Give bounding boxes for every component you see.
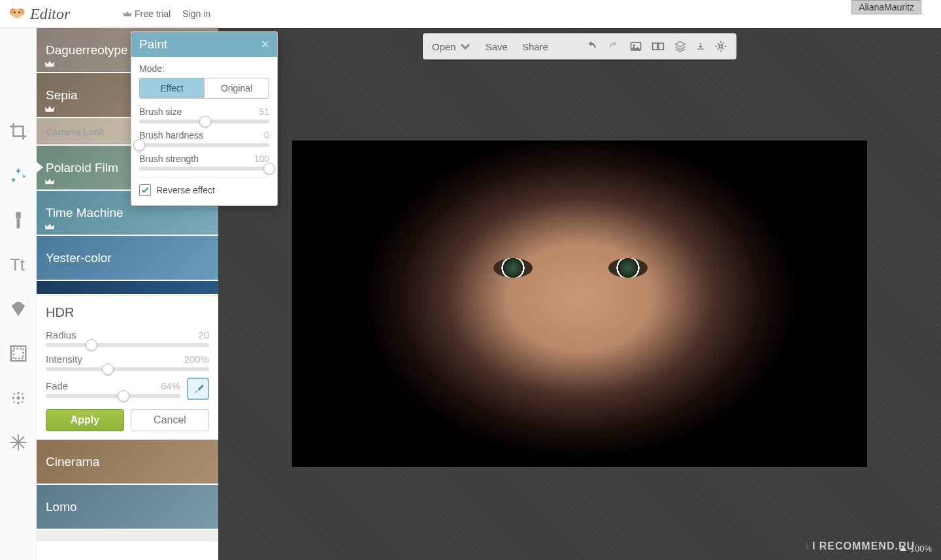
layers-icon[interactable] (674, 40, 687, 53)
brush-size-value: 51 (259, 107, 269, 117)
fade-slider[interactable] (46, 394, 180, 398)
free-trial-link[interactable]: Free trial (123, 8, 171, 19)
overlays-tool[interactable] (7, 297, 30, 321)
effect-label: Cinerama (46, 455, 99, 469)
image-icon[interactable] (629, 40, 642, 53)
svg-point-14 (17, 402, 20, 404)
reverse-checkbox[interactable] (139, 184, 151, 196)
svg-rect-5 (16, 212, 21, 219)
brush-size-slider[interactable] (139, 120, 269, 124)
free-trial-label: Free trial (135, 8, 171, 19)
mode-original[interactable]: Original (205, 78, 269, 98)
intensity-slider-row: Intensity200% (46, 354, 209, 371)
radius-slider-row: Radius20 (46, 329, 209, 347)
chevron-down-icon (459, 41, 471, 52)
close-icon[interactable]: × (261, 36, 269, 53)
paint-header[interactable]: Paint × (131, 32, 277, 57)
slider-thumb[interactable] (133, 139, 145, 151)
slider-thumb[interactable] (118, 390, 129, 402)
mode-toggle: Effect Original (139, 78, 269, 99)
canvas-image[interactable] (292, 140, 867, 467)
radius-label: Radius (46, 329, 76, 340)
textures-tool[interactable] (7, 386, 30, 410)
canvas-toolbar: Open Save Share (423, 33, 736, 59)
paint-brush-button[interactable] (187, 378, 209, 400)
svg-text:Tt: Tt (10, 255, 24, 274)
svg-rect-22 (659, 43, 664, 50)
svg-point-23 (719, 45, 723, 48)
monkey-icon (8, 5, 26, 22)
effect-yester-color[interactable]: Yester-color (37, 236, 218, 280)
svg-point-11 (12, 397, 14, 399)
effect-cinerama[interactable]: Cinerama (37, 440, 218, 484)
undo-icon[interactable] (585, 40, 598, 53)
effect-lomo[interactable]: Lomo (37, 485, 218, 529)
fade-label: Fade (46, 380, 68, 391)
mode-label: Mode: (139, 63, 269, 74)
effect-hdr-thumb[interactable] (37, 281, 218, 294)
brush-strength-slider[interactable] (139, 167, 269, 171)
intensity-value: 200% (184, 354, 209, 365)
canvas-area: Open Save Share 100% (218, 28, 941, 560)
effect-label: Sepia (46, 88, 78, 103)
touchup-tool[interactable] (7, 208, 30, 232)
effect-more[interactable] (37, 530, 218, 542)
open-label: Open (432, 41, 456, 52)
svg-rect-9 (13, 349, 23, 359)
settings-icon[interactable] (714, 40, 727, 53)
text-tool[interactable]: Tt (7, 253, 30, 276)
redo-icon[interactable] (607, 40, 620, 53)
mode-effect[interactable]: Effect (140, 78, 205, 98)
top-bar: Editor Free trial Sign in (0, 0, 218, 28)
slider-thumb[interactable] (86, 339, 97, 351)
share-button[interactable]: Share (522, 41, 548, 52)
themes-tool[interactable] (7, 431, 30, 454)
effects-tool[interactable] (7, 164, 30, 188)
crown-icon (123, 10, 132, 18)
reverse-label: Reverse effect (156, 185, 215, 195)
image-compare-icon[interactable] (652, 40, 665, 53)
app-logo[interactable]: Editor (8, 5, 70, 23)
effect-label: Lomo (46, 500, 77, 514)
svg-point-2 (12, 9, 22, 18)
crown-icon (44, 178, 55, 186)
brush-strength-row: Brush strength100 (139, 154, 269, 171)
radius-value: 20 (198, 329, 209, 340)
svg-point-15 (13, 393, 15, 395)
svg-point-12 (22, 397, 24, 399)
reverse-effect-row[interactable]: Reverse effect (139, 177, 269, 196)
apply-button[interactable]: Apply (46, 409, 124, 431)
frames-tool[interactable] (7, 342, 30, 365)
crop-tool[interactable] (7, 120, 30, 143)
radius-slider[interactable] (46, 343, 209, 347)
crown-icon (44, 223, 55, 231)
slider-thumb[interactable] (263, 163, 275, 174)
watermark: i I RECOMMEND.RU (806, 540, 915, 552)
svg-rect-21 (653, 43, 658, 50)
effect-label: Camera Look (46, 126, 105, 137)
save-button[interactable]: Save (486, 41, 508, 52)
brush-hardness-row: Brush hardness0 (139, 130, 269, 147)
paint-title: Paint (139, 37, 167, 52)
brush-size-label: Brush size (139, 107, 182, 117)
download-icon[interactable] (696, 42, 705, 51)
effect-label: Yester-color (46, 251, 112, 265)
svg-point-10 (16, 397, 20, 400)
paint-panel: Paint × Mode: Effect Original Brush size… (131, 31, 278, 206)
open-button[interactable]: Open (432, 41, 471, 52)
cancel-button[interactable]: Cancel (131, 409, 209, 431)
watermark-text: I RECOMMEND.RU (812, 540, 915, 552)
svg-point-13 (17, 392, 20, 395)
slider-thumb[interactable] (199, 116, 211, 127)
portrait-photo (292, 140, 867, 467)
brush-size-row: Brush size51 (139, 107, 269, 124)
brush-hardness-slider[interactable] (139, 143, 269, 147)
intensity-slider[interactable] (46, 367, 209, 371)
crown-icon (44, 60, 55, 68)
svg-point-18 (22, 401, 24, 403)
sign-in-link[interactable]: Sign in (182, 8, 210, 19)
slider-thumb[interactable] (102, 363, 114, 375)
active-tool-indicator (35, 161, 43, 174)
hdr-title: HDR (46, 305, 209, 320)
app-name: Editor (30, 5, 70, 23)
